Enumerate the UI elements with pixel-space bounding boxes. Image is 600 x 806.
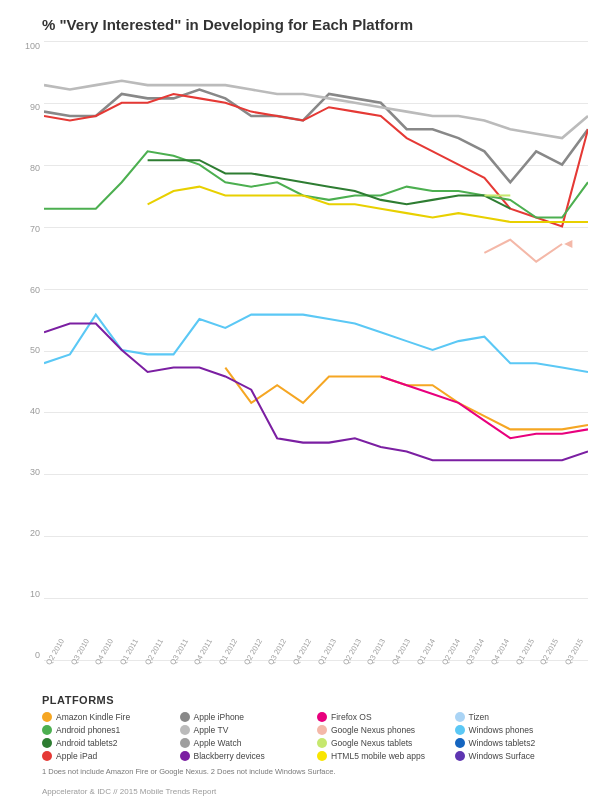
y-label: 60 [12,285,44,295]
legend-item: Windows phones [455,725,589,735]
legend-label: Apple Watch [194,738,242,748]
legend-dot [455,738,465,748]
y-label: 40 [12,406,44,416]
legend-dot [455,712,465,722]
legend-dot [180,725,190,735]
y-label: 20 [12,528,44,538]
chart-line [44,323,588,460]
legend-item: Google Nexus phones [317,725,451,735]
legend-item: HTML5 mobile web apps [317,751,451,761]
legend-label: Apple iPhone [194,712,245,722]
legend-item: Windows Surface [455,751,589,761]
legend-dot [317,751,327,761]
legend-item: Apple iPhone [180,712,314,722]
chart-lines [44,41,588,482]
grid-line [44,598,588,599]
legend-label: Google Nexus tablets [331,738,412,748]
legend-label: Windows Surface [469,751,535,761]
legend-label: Tizen [469,712,489,722]
chart-line [44,81,588,138]
grid-line [44,536,588,537]
legend-label: HTML5 mobile web apps [331,751,425,761]
legend-dot [317,725,327,735]
legend-label: Android phones1 [56,725,120,735]
legend: Platforms Amazon Kindle FireApple iPhone… [12,694,588,761]
legend-title: Platforms [42,694,588,706]
y-label: 30 [12,467,44,477]
y-label: 50 [12,345,44,355]
y-label: 10 [12,589,44,599]
chart-title: % "Very Interested" in Developing for Ea… [12,16,588,33]
source: Appcelerator & IDC // 2015 Mobile Trends… [12,780,588,798]
legend-item: Blackberry devices [180,751,314,761]
y-label: 70 [12,224,44,234]
chart-line [484,240,562,262]
legend-label: Amazon Kindle Fire [56,712,130,722]
footnotes: 1 Does not include Amazon Fire or Google… [12,767,588,776]
legend-dot [317,712,327,722]
line-arrow [564,240,572,248]
legend-item: Apple Watch [180,738,314,748]
chart-line [44,315,588,372]
legend-label: Android tablets2 [56,738,117,748]
legend-label: Firefox OS [331,712,372,722]
chart-line [225,368,588,430]
legend-label: Windows phones [469,725,534,735]
legend-dot [42,712,52,722]
legend-item: Windows tablets2 [455,738,589,748]
legend-dot [455,725,465,735]
footnote: 1 Does not include Amazon Fire or Google… [42,767,588,776]
legend-dot [42,725,52,735]
legend-item: Tizen [455,712,589,722]
legend-label: Apple TV [194,725,229,735]
legend-dot [180,751,190,761]
legend-label: Apple iPad [56,751,97,761]
legend-dot [180,712,190,722]
legend-grid: Amazon Kindle FireApple iPhoneFirefox OS… [42,712,588,761]
legend-item: Google Nexus tablets [317,738,451,748]
chart-line [148,187,588,222]
legend-dot [42,738,52,748]
legend-item: Firefox OS [317,712,451,722]
legend-item: Apple TV [180,725,314,735]
legend-dot [455,751,465,761]
legend-label: Google Nexus phones [331,725,415,735]
source-text: Appcelerator & IDC // 2015 Mobile Trends… [42,787,216,796]
x-axis: Q2 2010Q3 2010Q4 2010Q1 2011Q2 2011Q3 20… [44,660,588,688]
legend-dot [317,738,327,748]
y-label: 90 [12,102,44,112]
legend-dot [42,751,52,761]
legend-label: Blackberry devices [194,751,265,761]
legend-item: Amazon Kindle Fire [42,712,176,722]
legend-label: Windows tablets2 [469,738,536,748]
legend-item: Apple iPad [42,751,176,761]
y-axis: 1009080706050403020100 [12,41,44,688]
legend-item: Android phones1 [42,725,176,735]
y-label: 80 [12,163,44,173]
y-label: 100 [12,41,44,51]
legend-item: Android tablets2 [42,738,176,748]
plot-area: Q2 2010Q3 2010Q4 2010Q1 2011Q2 2011Q3 20… [44,41,588,688]
y-label: 0 [12,650,44,660]
legend-dot [180,738,190,748]
